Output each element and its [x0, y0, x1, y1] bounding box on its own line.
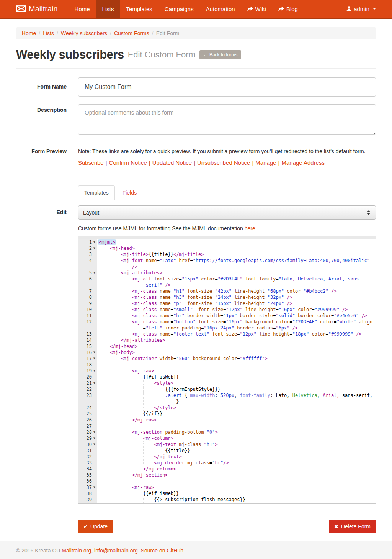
editor-gutter[interactable]: 4: [78, 257, 97, 264]
editor-line[interactable]: 36: [78, 478, 376, 484]
editor-line[interactable]: 11<mj-class name="hr" border-width="1px"…: [78, 313, 376, 319]
editor-line[interactable]: 16▼<mj-body>: [78, 349, 376, 356]
editor-line[interactable]: 15</mj-head>: [78, 343, 376, 349]
editor-gutter[interactable]: [78, 398, 97, 405]
editor-line[interactable]: 31{{title}}: [78, 448, 376, 454]
editor-line[interactable]: 33<mj-divider mj-class="hr"/>: [78, 460, 376, 466]
footer-link-mailtrain-org[interactable]: Mailtrain.org: [62, 548, 91, 554]
editor-gutter[interactable]: 20: [78, 374, 97, 380]
editor-line[interactable]: 14</mj-attributes>: [78, 337, 376, 343]
editor-gutter[interactable]: 34: [78, 466, 97, 472]
description-textarea[interactable]: [78, 104, 376, 135]
tab-templates[interactable]: Templates: [78, 185, 115, 200]
editor-gutter[interactable]: 33: [78, 460, 97, 466]
preview-link-confirm-notice[interactable]: Confirm Notice: [109, 159, 147, 166]
editor-gutter[interactable]: 11: [78, 313, 97, 319]
editor-line[interactable]: -serif" />: [78, 282, 376, 288]
editor-gutter[interactable]: 31: [78, 448, 97, 454]
preview-link-updated-notice[interactable]: Updated Notice: [152, 159, 192, 166]
preview-link-manage[interactable]: Manage: [255, 159, 276, 166]
breadcrumb-weekly-subscribers[interactable]: Weekly subscribers: [61, 30, 107, 36]
editor-gutter[interactable]: 37▼: [78, 484, 97, 490]
breadcrumb-home[interactable]: Home: [22, 30, 36, 36]
editor-line[interactable]: 3<mj-title>{{title}}</mj-title>: [78, 251, 376, 257]
fold-arrow-icon[interactable]: ▼: [92, 441, 97, 448]
editor-line[interactable]: 19▼<mj-raw>: [78, 368, 376, 374]
editor-line[interactable]: 32</mj-text>: [78, 454, 376, 460]
nav-item-blog[interactable]: Blog: [272, 0, 304, 18]
editor-gutter[interactable]: 8: [78, 294, 97, 300]
editor-line[interactable]: 12<mj-class name="button" font-size="16p…: [78, 319, 376, 325]
editor-gutter[interactable]: 12: [78, 319, 97, 325]
editor-line[interactable]: 17▼<mj-container width="560" background-…: [78, 356, 376, 362]
nav-item-wiki[interactable]: Wiki: [241, 0, 272, 18]
editor-gutter[interactable]: 18: [78, 362, 97, 368]
preview-link-unsubscribed-notice[interactable]: Unsubscribed Notice: [197, 159, 250, 166]
back-to-forms-button[interactable]: ← Back to forms: [199, 50, 241, 59]
editor-line[interactable]: 5▼<mj-attributes>: [78, 270, 376, 276]
editor-line[interactable]: 38{{#if isWeb}}: [78, 490, 376, 497]
editor-gutter[interactable]: 15: [78, 343, 97, 349]
fold-arrow-icon[interactable]: ▼: [92, 349, 97, 356]
editor-gutter[interactable]: 38: [78, 490, 97, 497]
editor-line[interactable]: 40{{/if}}: [78, 503, 376, 504]
editor-gutter[interactable]: 2▼: [78, 245, 97, 251]
editor-line[interactable]: 18: [78, 362, 376, 368]
fold-arrow-icon[interactable]: ▼: [92, 245, 97, 251]
editor-line[interactable]: 21▼<style>: [78, 380, 376, 386]
preview-link-subscribe[interactable]: Subscribe: [78, 159, 104, 166]
editor-gutter[interactable]: 35: [78, 472, 97, 478]
fold-arrow-icon[interactable]: ▼: [92, 368, 97, 374]
editor-gutter[interactable]: 10: [78, 307, 97, 313]
update-button[interactable]: ✔ Update: [78, 520, 113, 533]
delete-form-button[interactable]: ✖ Delete Form: [329, 520, 376, 533]
editor-gutter[interactable]: 1▼: [78, 239, 97, 245]
editor-line[interactable]: 8<mj-class name="h3" font-size="24px" li…: [78, 294, 376, 300]
editor-line[interactable]: 4<mj-font name="Lato" href="https://font…: [78, 257, 376, 264]
editor-line[interactable]: 28▼<mj-section padding-bottom="0">: [78, 429, 376, 435]
editor-line[interactable]: 20{{#if isWeb}}: [78, 374, 376, 380]
editor-line[interactable]: }: [78, 398, 376, 405]
editor-line[interactable]: 22{{{formInputStyle}}}: [78, 386, 376, 392]
nav-item-home[interactable]: Home: [69, 0, 96, 18]
editor-gutter[interactable]: 3: [78, 251, 97, 257]
editor-line[interactable]: 27: [78, 423, 376, 429]
editor-line[interactable]: />: [78, 264, 376, 270]
editor-gutter[interactable]: 26: [78, 417, 97, 423]
breadcrumb-custom-forms[interactable]: Custom Forms: [114, 30, 149, 36]
editor-line[interactable]: 35</mj-section>: [78, 472, 376, 478]
nav-item-templates[interactable]: Templates: [120, 0, 158, 18]
editor-gutter[interactable]: 25: [78, 411, 97, 417]
fold-arrow-icon[interactable]: ▼: [92, 356, 97, 362]
editor-gutter[interactable]: 22: [78, 386, 97, 392]
editor-gutter[interactable]: 14: [78, 337, 97, 343]
editor-gutter[interactable]: 39: [78, 497, 97, 503]
edit-template-select[interactable]: Layout: [78, 205, 376, 220]
tab-fields[interactable]: Fields: [116, 185, 143, 200]
editor-line[interactable]: ="left" inner-padding="16px 24px" border…: [78, 325, 376, 331]
editor-gutter[interactable]: 32: [78, 454, 97, 460]
fold-arrow-icon[interactable]: ▼: [92, 239, 97, 245]
editor-gutter[interactable]: 7: [78, 288, 97, 294]
editor-gutter[interactable]: 9: [78, 300, 97, 307]
preview-link-manage-address[interactable]: Manage Address: [281, 159, 325, 166]
editor-line[interactable]: 6<mj-all font-size="15px" color="#2D3E4F…: [78, 276, 376, 282]
editor-gutter[interactable]: 29▼: [78, 435, 97, 441]
editor-gutter[interactable]: 5▼: [78, 270, 97, 276]
form-name-input[interactable]: [78, 77, 376, 97]
editor-gutter[interactable]: 23: [78, 392, 97, 398]
brand[interactable]: Mailtrain: [16, 0, 58, 18]
fold-arrow-icon[interactable]: ▼: [92, 484, 97, 490]
editor-gutter[interactable]: [78, 282, 97, 288]
editor-line[interactable]: 13<mj-class name="footer-text" font-size…: [78, 331, 376, 337]
editor-gutter[interactable]: 27: [78, 423, 97, 429]
fold-arrow-icon[interactable]: ▼: [92, 429, 97, 435]
breadcrumb-lists[interactable]: Lists: [43, 30, 54, 36]
editor-gutter[interactable]: 40: [78, 503, 97, 504]
fold-arrow-icon[interactable]: ▼: [92, 380, 97, 386]
footer-link-email[interactable]: info@mailtrain.org: [94, 548, 138, 554]
editor-line[interactable]: 29▼<mj-column>: [78, 435, 376, 441]
editor-line[interactable]: 24</style>: [78, 405, 376, 411]
user-menu[interactable]: admin: [346, 0, 376, 18]
editor-line[interactable]: 39{{> subscription_flash_messages}}: [78, 497, 376, 503]
